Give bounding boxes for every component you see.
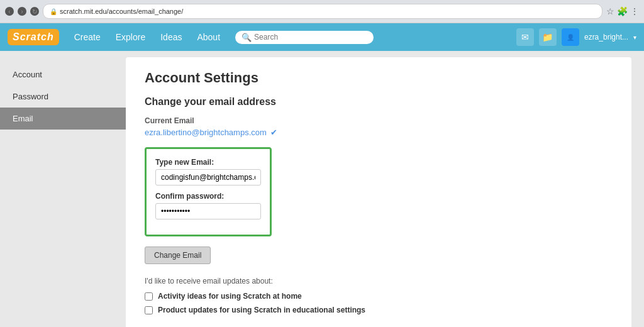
menu-icon[interactable]: ⋮ — [630, 6, 639, 16]
browser-icons: ☆ 🧩 ⋮ — [606, 6, 639, 16]
nav-create[interactable]: Create — [67, 23, 108, 51]
back-button[interactable]: ‹ — [5, 7, 14, 16]
confirm-password-input[interactable] — [155, 203, 261, 219]
nav-right: ✉ 📁 👤 ezra_bright... ▾ — [516, 28, 636, 46]
search-icon: 🔍 — [242, 33, 252, 42]
search-bar[interactable]: 🔍 — [235, 31, 374, 44]
url-text: scratch.mit.edu/accounts/email_change/ — [60, 8, 183, 15]
bookmark-icon[interactable]: ☆ — [606, 6, 614, 16]
main-content: Account Password Email Account Settings … — [0, 51, 644, 327]
address-bar[interactable]: 🔒 scratch.mit.edu/accounts/email_change/ — [43, 4, 602, 19]
folder-icon[interactable]: 📁 — [539, 28, 557, 46]
nav-about[interactable]: About — [189, 23, 228, 51]
nav-explore[interactable]: Explore — [108, 23, 153, 51]
checkbox-row-1: Activity ideas for using Scratch at home — [145, 292, 613, 301]
current-email-value: ezra.libertino@brightchamps.com — [145, 128, 267, 137]
current-email-row: ezra.libertino@brightchamps.com ✔ — [145, 128, 613, 137]
avatar[interactable]: 👤 — [562, 28, 579, 46]
sidebar: Account Password Email — [0, 51, 126, 327]
page-title: Account Settings — [145, 70, 613, 86]
change-email-button[interactable]: Change Email — [145, 247, 211, 264]
email-form-box: Type new Email: Confirm password: — [145, 147, 272, 236]
new-email-label: Type new Email: — [155, 158, 261, 167]
checkbox-activity-label: Activity ideas for using Scratch at home — [158, 292, 302, 301]
nav-ideas[interactable]: Ideas — [153, 23, 189, 51]
verified-icon: ✔ — [270, 128, 277, 137]
updates-text: I'd like to receive email updates about: — [145, 277, 613, 285]
messages-icon[interactable]: ✉ — [516, 28, 534, 46]
lock-icon: 🔒 — [50, 8, 57, 15]
sidebar-item-email[interactable]: Email — [0, 108, 126, 130]
confirm-password-label: Confirm password: — [155, 192, 261, 201]
checkbox-product[interactable] — [145, 306, 153, 314]
extensions-icon[interactable]: 🧩 — [617, 6, 628, 16]
checkbox-row-2: Product updates for using Scratch in edu… — [145, 306, 613, 314]
refresh-button[interactable]: ↻ — [30, 7, 39, 16]
navbar: Scratch Create Explore Ideas About 🔍 ✉ 📁… — [0, 23, 644, 51]
browser-toolbar: ‹ › ↻ 🔒 scratch.mit.edu/accounts/email_c… — [0, 0, 644, 23]
section-title: Change your email address — [145, 96, 613, 108]
checkbox-product-label: Product updates for using Scratch in edu… — [158, 306, 365, 314]
search-input[interactable] — [254, 33, 367, 42]
current-email-label: Current Email — [145, 116, 613, 125]
chevron-down-icon[interactable]: ▾ — [633, 34, 636, 41]
sidebar-item-account[interactable]: Account — [0, 64, 126, 86]
new-email-input[interactable] — [155, 169, 261, 186]
content-area: Account Settings Change your email addre… — [126, 57, 631, 327]
scratch-logo[interactable]: Scratch — [8, 29, 59, 45]
sidebar-item-password[interactable]: Password — [0, 86, 126, 108]
checkbox-activity[interactable] — [145, 292, 153, 301]
forward-button[interactable]: › — [18, 7, 26, 16]
username[interactable]: ezra_bright... — [584, 33, 628, 42]
